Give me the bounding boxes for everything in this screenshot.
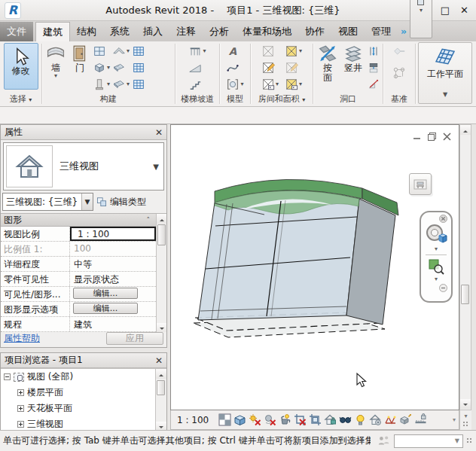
tag-room-button[interactable]: ▾ <box>261 76 279 92</box>
3d-model-view[interactable] <box>171 125 459 410</box>
type-selector-dropdown-icon[interactable]: ▼ <box>153 163 159 171</box>
zoom-dropdown-icon[interactable]: ▾ <box>435 276 438 282</box>
level-button[interactable] <box>392 43 407 59</box>
scrollbar-thumb[interactable] <box>157 224 166 245</box>
graphic-display-options-edit-button[interactable]: 编辑... <box>73 303 138 314</box>
room-button[interactable] <box>261 43 279 59</box>
tag-area-button[interactable]: ▾ <box>284 76 303 92</box>
resize-grip-icon[interactable] <box>462 421 469 428</box>
area-boundary-button[interactable] <box>284 59 303 75</box>
crop-view-icon[interactable] <box>294 413 307 426</box>
wall-opening-button[interactable] <box>367 43 380 59</box>
scroll-up-icon[interactable] <box>156 369 166 379</box>
stair-button[interactable] <box>188 76 206 92</box>
model-text-button[interactable] <box>225 43 244 59</box>
expand-icon[interactable] <box>17 405 24 412</box>
reveal-hidden-elements-icon[interactable] <box>354 413 367 426</box>
work-plane-panel-button[interactable]: 工作平面 ▼ <box>418 42 472 104</box>
steering-wheel-dropdown-icon[interactable]: ▾ <box>435 245 438 252</box>
visibility-graphics-edit-button[interactable]: 编辑... <box>73 288 138 299</box>
zoom-tool-icon[interactable] <box>427 257 445 276</box>
drawing-area[interactable]: ▾ ▾ <box>170 124 459 410</box>
window-button[interactable] <box>92 43 111 59</box>
tree-node-3d-views[interactable]: 三维视图 <box>1 416 166 431</box>
tab-overflow-icon[interactable]: ›› <box>398 22 408 41</box>
wall-button[interactable]: 墙▾ <box>44 43 68 79</box>
locked-3d-view-icon[interactable] <box>324 413 337 426</box>
ceiling-button[interactable] <box>111 59 130 75</box>
scroll-down-icon[interactable] <box>460 399 471 409</box>
properties-scrollbar[interactable] <box>156 214 166 332</box>
tab-systems[interactable]: 系统 <box>103 22 136 41</box>
worksets-dropdown[interactable]: ▼ <box>394 434 463 448</box>
viewbar-overflow-icon[interactable]: ▾ <box>453 416 456 423</box>
ramp-button[interactable] <box>188 59 206 75</box>
view-restore-icon[interactable] <box>427 132 437 142</box>
panel-label-room-area[interactable]: 房间和面积 ▾ <box>251 94 313 106</box>
tab-structure[interactable]: 结构 <box>70 22 103 41</box>
edit-type-button[interactable]: 编辑类型 <box>96 193 165 211</box>
displacement-sets-icon[interactable] <box>399 413 412 426</box>
type-selector[interactable]: 三维视图 ▼ <box>3 142 164 190</box>
shadows-icon[interactable] <box>264 413 276 426</box>
project-browser-close-icon[interactable]: ✕ <box>155 355 163 366</box>
steering-wheel-icon[interactable] <box>425 223 447 245</box>
canvas-vertical-scrollbar[interactable] <box>459 124 471 410</box>
tab-view[interactable]: 视图 <box>331 22 365 41</box>
discipline-value[interactable]: 建筑 <box>70 317 156 331</box>
navbar-close-icon[interactable] <box>439 215 447 223</box>
expand-icon[interactable] <box>17 389 24 396</box>
view-close-icon[interactable] <box>442 132 452 142</box>
opening-by-face-button[interactable]: 按面 <box>316 43 340 84</box>
properties-close-icon[interactable]: ✕ <box>155 127 163 138</box>
tab-annotate[interactable]: 注释 <box>169 22 203 41</box>
properties-title-bar[interactable]: 属性 ✕ <box>1 125 166 140</box>
view-scale-button[interactable]: 1 : 100 <box>177 415 209 425</box>
tab-massing-site[interactable]: 体量和场地 <box>236 22 298 41</box>
floor-button[interactable]: ▾ <box>111 76 130 92</box>
scrollbar-thumb[interactable] <box>461 285 469 304</box>
project-browser-title-bar[interactable]: 项目浏览器 - 项目1 ✕ <box>1 353 166 368</box>
instance-selector[interactable]: 三维视图: {三维} ▼ <box>2 193 93 211</box>
model-group-button[interactable]: ▾ <box>225 76 244 92</box>
collapse-icon[interactable] <box>4 373 11 380</box>
shaft-opening-button[interactable]: 竖井 <box>341 43 365 74</box>
tree-node-views[interactable]: 视图 (全部) <box>1 369 166 385</box>
dormer-opening-button[interactable] <box>367 76 380 92</box>
area-button[interactable]: ▾ <box>284 43 303 59</box>
view-minimize-icon[interactable] <box>412 132 422 142</box>
navbar-collapse-icon[interactable] <box>439 284 447 292</box>
sun-path-icon[interactable] <box>249 413 261 426</box>
crop-region-icon[interactable] <box>309 413 322 426</box>
scrollbar-thumb[interactable] <box>157 380 165 395</box>
modify-button[interactable]: 修改 <box>4 43 38 90</box>
tab-collaborate[interactable]: 协作 <box>298 22 331 41</box>
curtain-grid-button[interactable] <box>131 59 146 75</box>
panel-label-select[interactable]: 选择 ▾ <box>0 94 41 106</box>
tab-architecture[interactable]: 建筑 <box>35 22 70 41</box>
scroll-up-icon[interactable] <box>460 125 471 135</box>
apply-button[interactable]: 应用 <box>106 332 163 345</box>
mullion-button[interactable] <box>131 76 146 92</box>
scroll-option-icon[interactable]: ▾ <box>464 413 467 419</box>
viewcube-home-button[interactable] <box>409 173 432 195</box>
reveal-constraints-icon[interactable] <box>414 413 427 426</box>
grid-button[interactable] <box>392 65 407 81</box>
analytical-model-icon[interactable] <box>384 413 397 426</box>
tab-analyze[interactable]: 分析 <box>203 22 236 41</box>
tree-node-ceiling-plans[interactable]: 天花板平面 <box>1 401 166 416</box>
tab-manage[interactable]: 管理 <box>365 22 398 41</box>
worksets-icon[interactable] <box>377 434 391 448</box>
column-button[interactable]: ▾ <box>92 76 111 92</box>
ribbon-display-toggle[interactable]: ▾ <box>410 0 432 38</box>
tree-node-floor-plans[interactable]: 楼层平面 <box>1 385 166 401</box>
visual-style-icon[interactable] <box>233 413 246 426</box>
model-line-button[interactable] <box>225 59 244 75</box>
properties-help-link[interactable]: 属性帮助 <box>4 332 40 345</box>
maximize-button[interactable]: □ <box>441 5 450 16</box>
tab-file[interactable]: 文件 <box>0 22 33 41</box>
room-separator-button[interactable] <box>261 59 279 75</box>
vertical-opening-button[interactable] <box>367 59 380 75</box>
temporary-view-properties-icon[interactable] <box>369 413 382 426</box>
expand-icon[interactable] <box>17 421 24 428</box>
